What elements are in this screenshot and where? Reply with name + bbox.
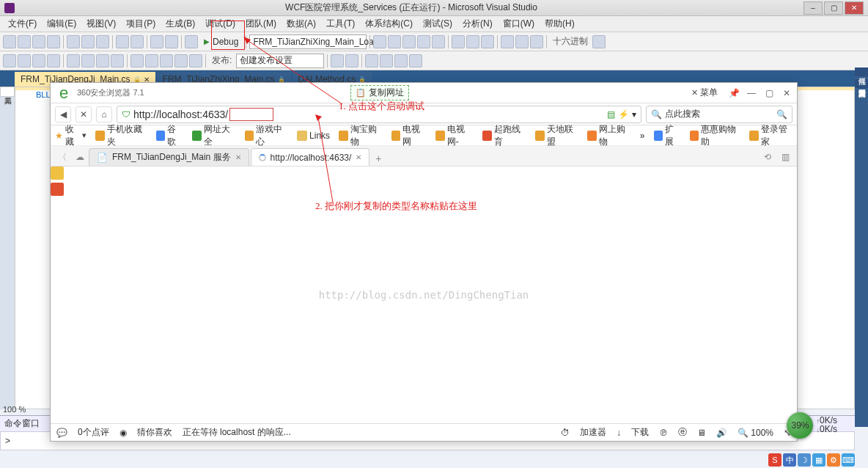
- ime-gear-icon[interactable]: ⚙: [827, 453, 840, 467]
- menu-build[interactable]: 生成(B): [161, 16, 200, 32]
- close-tab-icon[interactable]: ✕: [356, 153, 361, 161]
- ime-cn-icon[interactable]: 中: [783, 453, 796, 467]
- tb-nav-fwd-icon[interactable]: [165, 35, 178, 48]
- tb2-i11-icon[interactable]: [160, 54, 173, 67]
- bk-more-icon[interactable]: »: [640, 131, 645, 141]
- tb-redo-icon[interactable]: [130, 35, 144, 48]
- bk-7[interactable]: 电视网-: [435, 123, 474, 148]
- tb2-i3-icon[interactable]: [32, 54, 45, 67]
- browser-tab-0[interactable]: 📄 FRM_TiJianDengJi_Main 服务 ✕: [89, 148, 249, 166]
- status-dl[interactable]: 下载: [631, 426, 649, 439]
- solution-explorer-tab[interactable]: 解决方案资源管理器: [855, 79, 868, 88]
- huihui-button[interactable]: 惠惠购物助: [690, 123, 741, 148]
- tb2-i1-icon[interactable]: [3, 54, 16, 67]
- tb-save-icon[interactable]: [32, 35, 45, 48]
- tb-play2-icon[interactable]: [452, 35, 465, 48]
- close-tab-icon[interactable]: ✕: [235, 153, 241, 161]
- ime-grid-icon[interactable]: ▦: [812, 453, 825, 467]
- toolbox-tab[interactable]: 工具箱: [0, 87, 15, 97]
- ime-kb-icon[interactable]: ⌨: [842, 453, 855, 467]
- tb2-i2-icon[interactable]: [18, 54, 31, 67]
- tb-cut-icon[interactable]: [67, 35, 80, 48]
- tb-step-icon[interactable]: [501, 35, 514, 48]
- menu-view[interactable]: 视图(V): [81, 16, 121, 32]
- tb-misc2-icon[interactable]: [388, 35, 401, 48]
- bk-1[interactable]: 谷歌: [156, 123, 184, 148]
- tb-stepout-icon[interactable]: [530, 35, 543, 48]
- nav-home-button[interactable]: ⌂: [96, 106, 112, 123]
- tb2-i14-icon[interactable]: [331, 54, 344, 67]
- menu-test[interactable]: 测试(S): [418, 16, 457, 32]
- tb-nav-back-icon[interactable]: [150, 35, 163, 48]
- bk-0[interactable]: 手机收藏夹: [95, 123, 147, 148]
- browser-tab-1[interactable]: http://localhost:4633/ ✕: [251, 148, 370, 166]
- address-bar[interactable]: 🛡 http://localhost:4633/ ▤ ⚡ ▾: [117, 106, 641, 123]
- start-debug-button[interactable]: ▶ Debug: [199, 37, 243, 47]
- menu-arch[interactable]: 体系结构(C): [360, 16, 418, 32]
- fav-button[interactable]: ★收藏 ▾: [55, 123, 87, 148]
- menu-help[interactable]: 帮助(H): [540, 16, 580, 32]
- tb-undo-icon[interactable]: [116, 35, 129, 48]
- tb-new-icon[interactable]: [3, 35, 16, 48]
- bk-2[interactable]: 网址大全: [192, 123, 236, 148]
- login-mgr-button[interactable]: 登录管家: [749, 123, 792, 148]
- tb2-i15-icon[interactable]: [345, 54, 358, 67]
- tb-misc4-icon[interactable]: [417, 35, 430, 48]
- tb-pause-icon[interactable]: [185, 35, 198, 48]
- new-tab-button[interactable]: +: [371, 151, 386, 166]
- tab-back-icon[interactable]: 〈: [54, 148, 71, 166]
- browser-min-icon[interactable]: —: [744, 86, 759, 100]
- tb-paste-icon[interactable]: [96, 35, 109, 48]
- find-combo[interactable]: FRM_TiJianZhiXing_Main_Load: [249, 34, 367, 49]
- tab-cloud-icon[interactable]: ☁: [71, 148, 89, 166]
- url-paste-target[interactable]: [229, 108, 273, 121]
- dropdown-icon[interactable]: ▾: [632, 109, 636, 120]
- menu-data[interactable]: 数据(A): [282, 16, 321, 32]
- status-sound-icon[interactable]: 🔊: [716, 428, 727, 438]
- search-bar[interactable]: 🔍 点此搜索 🔍: [646, 106, 792, 123]
- menu-edit[interactable]: 编辑(E): [42, 16, 81, 32]
- tb-misc3-icon[interactable]: [402, 35, 416, 48]
- tb2-i10-icon[interactable]: [145, 54, 158, 67]
- status-like[interactable]: 猜你喜欢: [137, 426, 172, 439]
- tb2-i8-icon[interactable]: [111, 54, 124, 67]
- tb2-i4-icon[interactable]: [47, 54, 60, 67]
- publish-combo[interactable]: 创建发布设置: [236, 54, 324, 68]
- tb2-i17-icon[interactable]: [380, 54, 393, 67]
- side-fav-bag-icon[interactable]: [51, 183, 64, 196]
- speed-widget[interactable]: 39% ↑0K/s↓0K/s: [787, 412, 837, 439]
- browser-pin-icon[interactable]: 📌: [727, 86, 741, 100]
- status-e-icon[interactable]: ⓔ: [678, 426, 687, 439]
- browser-menu-button[interactable]: ✕ 菜单: [685, 87, 724, 99]
- menu-window[interactable]: 窗口(W): [498, 16, 540, 32]
- bk-4[interactable]: Links: [297, 131, 330, 141]
- tb2-i12-icon[interactable]: [174, 54, 188, 67]
- barcode-icon[interactable]: ▤: [607, 109, 615, 120]
- side-fav-star-icon[interactable]: [51, 167, 64, 180]
- status-pc-icon[interactable]: 🖥: [697, 428, 706, 438]
- tb2-i7-icon[interactable]: [96, 54, 109, 67]
- tab-restore-icon[interactable]: ⟲: [759, 148, 776, 166]
- menu-analyze[interactable]: 分析(N): [457, 16, 498, 32]
- tb-hex-icon[interactable]: [592, 35, 606, 48]
- ime-moon-icon[interactable]: ☽: [798, 453, 811, 467]
- ext-button[interactable]: 扩展: [654, 123, 681, 148]
- speed-ball[interactable]: 39%: [787, 412, 813, 439]
- bk-6[interactable]: 电视网: [391, 123, 427, 148]
- bk-9[interactable]: 天地联盟: [535, 123, 579, 148]
- tb2-i6-icon[interactable]: [81, 54, 95, 67]
- ime-s-icon[interactable]: S: [768, 453, 781, 467]
- bk-8[interactable]: 起跑线育: [482, 123, 526, 148]
- status-p-icon[interactable]: ℗: [659, 428, 668, 438]
- menu-file[interactable]: 文件(F): [3, 16, 42, 32]
- menu-project[interactable]: 项目(P): [121, 16, 161, 32]
- tb-stop-icon[interactable]: [481, 35, 494, 48]
- tb2-i5-icon[interactable]: [67, 54, 80, 67]
- tb-saveall-icon[interactable]: [47, 35, 60, 48]
- tb2-i19-icon[interactable]: [409, 54, 422, 67]
- browser-max-icon[interactable]: ▢: [762, 86, 776, 100]
- menu-debug[interactable]: 调试(D): [200, 16, 240, 32]
- tb-pause2-icon[interactable]: [466, 35, 479, 48]
- maximize-button[interactable]: ▢: [824, 1, 843, 15]
- minimize-button[interactable]: –: [803, 1, 823, 15]
